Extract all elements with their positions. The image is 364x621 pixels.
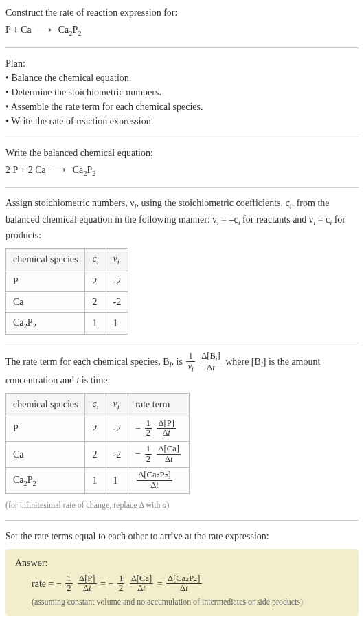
- cell-ci: 1: [85, 467, 106, 493]
- table-row: P 2 -2 − 12 Δ[P]Δt: [6, 416, 190, 442]
- cell-ci: 2: [85, 442, 106, 468]
- answer-formula: rate = − 12 Δ[P]Δt = − 12 Δ[Ca]Δt = Δ[Ca…: [15, 574, 349, 594]
- text: where [B: [225, 357, 261, 367]
- sign: −: [135, 449, 141, 459]
- neg: −: [56, 578, 62, 588]
- divider: [5, 343, 359, 343]
- num: 1: [65, 574, 72, 585]
- col-rate: rate term: [128, 394, 190, 416]
- answer-note: (assuming constant volume and no accumul…: [15, 596, 349, 609]
- frac: Δ[Bi] Δt: [200, 352, 222, 373]
- col-vi: νi: [106, 394, 128, 416]
- frac: Δ[P]Δt: [157, 419, 176, 439]
- rateterm-section: The rate term for each chemical species,…: [5, 352, 359, 511]
- num: Δ[Ca]: [157, 444, 180, 455]
- cell-vi: -2: [106, 291, 128, 312]
- cell-species: Ca2P2: [6, 467, 85, 493]
- bal-left: 2 P + 2 Ca: [5, 165, 46, 175]
- final-title: Set the rate terms equal to each other t…: [5, 529, 359, 543]
- text: , is: [172, 357, 185, 367]
- plan-title: Plan:: [5, 56, 359, 71]
- text: (for infinitesimal rate of change, repla…: [5, 500, 163, 510]
- frac: Δ[Ca₂P₂]Δt: [166, 574, 201, 594]
- text: = –c: [219, 214, 238, 225]
- text: ]: [217, 351, 220, 361]
- num: 1: [117, 574, 124, 585]
- frac: Δ[Ca]Δt: [130, 574, 153, 594]
- num: 1: [145, 444, 152, 455]
- num: Δ[Ca₂P₂]: [137, 471, 172, 481]
- text: Δ[B: [201, 351, 216, 361]
- answer-box: Answer: rate = − 12 Δ[P]Δt = − 12 Δ[Ca]Δ…: [5, 549, 359, 616]
- text: is time:: [79, 375, 110, 385]
- col-vi: νi: [106, 249, 128, 271]
- den: 2: [117, 584, 124, 594]
- col-ci: ci: [85, 394, 106, 416]
- text: , using the stoichiometric coefficients,…: [136, 198, 289, 208]
- den: Δt: [78, 584, 97, 594]
- table-row: Ca2P2 1 1 Δ[Ca₂P₂]Δt: [6, 467, 190, 493]
- plan-item: Write the rate of reaction expression.: [5, 114, 359, 128]
- divider: [5, 47, 359, 48]
- num: 1: [145, 419, 152, 429]
- cell-vi: -2: [106, 416, 128, 442]
- num: Δ[Ca₂P₂]: [166, 574, 201, 585]
- table-row: Ca2P2 1 1: [6, 312, 128, 335]
- cell-vi: -2: [106, 442, 128, 468]
- num: Δ[P]: [157, 419, 176, 429]
- frac: 1 νi: [186, 352, 194, 373]
- table-header-row: chemical species ci νi rate term: [6, 394, 190, 416]
- den: 2: [145, 455, 152, 464]
- plan-item: Balance the chemical equation.: [5, 71, 359, 85]
- stoich-section: Assign stoichiometric numbers, νi, using…: [5, 196, 359, 335]
- eq-left: P + Ca: [5, 25, 32, 35]
- stoich-desc: Assign stoichiometric numbers, νi, using…: [5, 196, 359, 242]
- eq-right-sub2: 2: [78, 30, 81, 37]
- frac: Δ[Ca₂P₂]Δt: [137, 471, 172, 490]
- intro-prompt: Construct the rate of reaction expressio…: [5, 5, 359, 20]
- intro-equation: P + Ca ⟶ Ca2P2: [5, 23, 359, 39]
- rate-label: rate =: [32, 578, 56, 588]
- frac: 12: [145, 444, 152, 464]
- plan-section: Plan: Balance the chemical equation. Det…: [5, 56, 359, 128]
- cell-species: P: [6, 271, 85, 291]
- divider: [5, 187, 359, 188]
- num: Δ[Ca]: [130, 574, 153, 585]
- cell-vi: -2: [106, 271, 128, 291]
- rateterm-table: chemical species ci νi rate term P 2 -2 …: [5, 393, 190, 494]
- den: Δt: [166, 584, 201, 594]
- num: Δ[Bi]: [200, 352, 222, 363]
- frac: Δ[Ca]Δt: [157, 444, 180, 464]
- frac: 12: [65, 574, 72, 594]
- col-species: chemical species: [6, 249, 85, 271]
- bal-right-sub2: 2: [92, 169, 95, 177]
- balanced-section: Write the balanced chemical equation: 2 …: [5, 146, 359, 179]
- arrow-icon: ⟶: [38, 23, 52, 37]
- divider: [5, 520, 359, 521]
- rateterm-note: (for infinitesimal rate of change, repla…: [5, 499, 359, 512]
- divider: [5, 137, 359, 137]
- text: = c: [315, 214, 330, 225]
- num: Δ[P]: [78, 574, 97, 585]
- cell-rate: Δ[Ca₂P₂]Δt: [128, 467, 190, 493]
- cell-ci: 2: [85, 271, 106, 291]
- plan-list: Balance the chemical equation. Determine…: [5, 71, 359, 128]
- eq-right-ca: Ca: [58, 25, 69, 35]
- balanced-title: Write the balanced chemical equation:: [5, 146, 359, 160]
- cell-rate: − 12 Δ[P]Δt: [128, 416, 190, 442]
- cell-species: P: [6, 416, 85, 442]
- table-row: Ca 2 -2: [6, 291, 128, 312]
- table-row: P 2 -2: [6, 271, 128, 291]
- cell-ci: 2: [85, 416, 106, 442]
- cell-vi: 1: [106, 467, 128, 493]
- cell-species: Ca: [6, 442, 85, 468]
- eq: =: [157, 578, 165, 588]
- plan-item: Assemble the rate term for each chemical…: [5, 100, 359, 114]
- frac: Δ[P]Δt: [78, 574, 97, 594]
- bal-right-ca: Ca: [73, 165, 84, 175]
- balanced-equation: 2 P + 2 Ca ⟶ Ca2P2: [5, 163, 359, 179]
- den: 2: [65, 584, 72, 594]
- den: Δt: [130, 584, 153, 594]
- num: 1: [186, 352, 194, 362]
- den: Δt: [137, 481, 172, 490]
